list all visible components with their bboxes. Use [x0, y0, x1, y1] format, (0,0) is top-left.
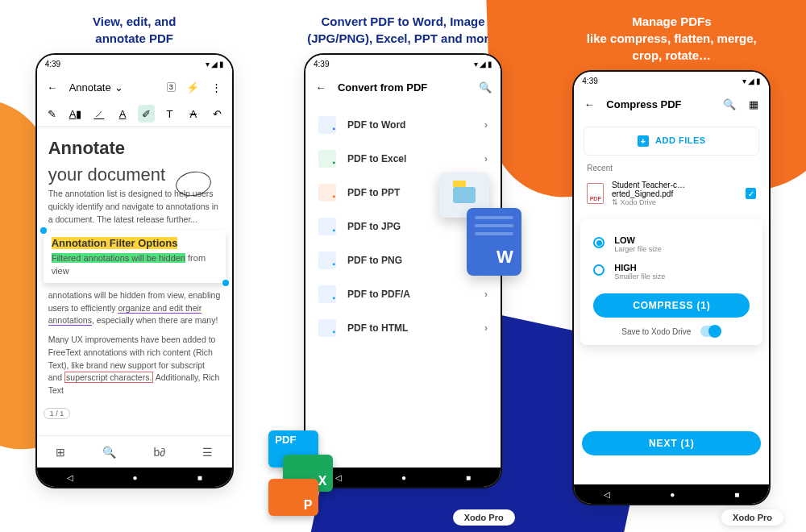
xodo-pro-pill[interactable]: Xodo Pro: [721, 509, 783, 526]
file-badge-stack: PDF X P: [268, 430, 333, 503]
nav-back-icon[interactable]: ◁: [335, 473, 342, 482]
clock: 4:39: [582, 77, 597, 85]
search-icon[interactable]: 🔍: [722, 98, 737, 110]
quality-high-option[interactable]: HIGH Smaller file size: [590, 258, 753, 285]
app-bar: ← Convert from PDF 🔍: [305, 73, 501, 102]
scan-icon[interactable]: ▦: [746, 98, 761, 110]
status-bar: 4:39 ▾ ◢ ▮: [37, 55, 232, 73]
red-box: superscript characters.: [64, 372, 153, 383]
screen-title: Convert from PDF: [338, 81, 468, 94]
option-low-title: LOW: [614, 235, 662, 245]
status-bar: 4:39 ▾ ◢ ▮: [305, 55, 501, 73]
convert-option-label: PDF to Excel: [347, 153, 406, 164]
status-icons: ▾ ◢ ▮: [474, 60, 492, 69]
quality-low-option[interactable]: LOW Larger file size: [590, 231, 753, 258]
save-toggle[interactable]: [700, 326, 721, 337]
title-bold: Annotate: [48, 138, 125, 158]
file-type-icon: ▪: [318, 116, 336, 134]
nav-recents-icon[interactable]: ■: [734, 490, 739, 499]
add-files-button[interactable]: + ADD FILES: [584, 127, 759, 156]
highlight-tool[interactable]: A▮: [67, 105, 84, 123]
back-icon[interactable]: ←: [582, 98, 596, 110]
search-icon[interactable]: 🔍: [478, 81, 492, 94]
convert-option[interactable]: ▪PDF to Word›: [305, 108, 501, 142]
file-type-icon: ▪: [318, 285, 336, 303]
nav-recents-icon[interactable]: ■: [466, 473, 471, 482]
plus-icon: +: [638, 135, 649, 147]
document-body: Annotate your document The annotation li…: [37, 127, 232, 405]
text-tool[interactable]: T: [161, 105, 178, 123]
battery-icon: ▮: [756, 77, 761, 85]
xodo-pro-pill[interactable]: Xodo Pro: [453, 509, 515, 526]
status-icons: ▾ ◢ ▮: [206, 60, 224, 69]
pen-tool[interactable]: ✎: [44, 105, 60, 123]
file-name: Student Teacher-c…erted_Signed.pdf: [612, 181, 737, 198]
signal-icon: ◢: [748, 77, 754, 85]
file-type-icon: ▪: [318, 218, 336, 235]
chevron-right-icon: ›: [484, 289, 488, 300]
chevron-right-icon: ›: [484, 153, 488, 164]
save-to-drive-label: Save to Xodo Drive: [621, 327, 691, 336]
underline-tool[interactable]: ⟋: [90, 105, 107, 123]
battery-icon: ▮: [219, 60, 224, 69]
recent-file-row[interactable]: PDF Student Teacher-c…erted_Signed.pdf ⇅…: [574, 176, 769, 211]
annotation-filter-card[interactable]: Annotation Filter Options Filtered annot…: [44, 231, 226, 283]
wifi-icon: ▾: [742, 77, 746, 85]
convert-option[interactable]: ▪PDF to Excel›: [305, 142, 501, 176]
android-navbar: ◁ ● ■: [37, 468, 232, 487]
radio-unselected[interactable]: [593, 264, 604, 276]
nav-back-icon[interactable]: ◁: [67, 473, 73, 482]
convert-option-label: PDF to PPT: [347, 187, 400, 198]
file-checkbox[interactable]: ✓: [746, 188, 756, 199]
nav-back-icon[interactable]: ◁: [604, 490, 610, 499]
undo-tool[interactable]: ↶: [208, 105, 225, 123]
bolt-icon[interactable]: ⚡: [185, 81, 200, 94]
resize-handle[interactable]: [222, 280, 229, 286]
clock: 4:39: [314, 60, 329, 69]
paragraph-3: Many UX improvements have been added to …: [48, 334, 221, 397]
convert-option-label: PDF to PNG: [347, 255, 402, 266]
resize-handle[interactable]: [40, 227, 47, 234]
filter-green-highlight: Filtered annotations will be hidden: [52, 253, 185, 263]
compress-button[interactable]: COMPRESS (1): [593, 293, 750, 318]
file-type-icon: ▪: [318, 319, 336, 337]
nav-home-icon[interactable]: ●: [133, 473, 138, 482]
annotate-toolbar: ✎ A▮ ⟋ A ✐ T A ↶: [37, 102, 232, 127]
outline-icon[interactable]: ☰: [202, 446, 213, 459]
text-underline-tool[interactable]: A: [114, 105, 131, 123]
search-icon[interactable]: 🔍: [102, 446, 116, 459]
nav-recents-icon[interactable]: ■: [197, 473, 202, 482]
view-mode-icon[interactable]: b∂: [153, 446, 165, 459]
signal-icon: ◢: [211, 60, 218, 69]
thumbnails-icon[interactable]: ⊞: [56, 446, 65, 459]
freehand-tool[interactable]: ✐: [138, 105, 155, 123]
nav-home-icon[interactable]: ●: [401, 473, 406, 482]
convert-option-label: PDF to PDF/A: [347, 289, 410, 300]
strike-tool[interactable]: A: [185, 105, 202, 123]
status-bar: 4:39 ▾ ◢ ▮: [574, 72, 769, 89]
radio-selected[interactable]: [593, 237, 604, 248]
android-navbar: ◁ ● ■: [305, 468, 501, 487]
tab-count[interactable]: 3: [167, 82, 176, 92]
next-button[interactable]: NEXT (1): [582, 431, 761, 455]
recent-label: Recent: [574, 164, 769, 176]
convert-option[interactable]: ▪PDF to PDF/A›: [305, 277, 501, 311]
option-high-title: HIGH: [614, 263, 665, 272]
wifi-icon: ▾: [206, 60, 210, 69]
app-bar: ← Annotate ⌄ 3 ⚡ ⋮: [37, 73, 232, 102]
option-low-sub: Larger file size: [614, 245, 662, 253]
file-type-icon: ▪: [318, 184, 336, 202]
convert-option[interactable]: ▪PDF to HTML›: [305, 311, 501, 345]
overflow-icon[interactable]: ⋮: [210, 81, 224, 94]
paragraph-2: annotations will be hidden from view, en…: [48, 289, 221, 327]
chevron-down-icon: ⌄: [114, 81, 123, 94]
page-counter: 1 / 1: [44, 408, 71, 419]
option-high-sub: Smaller file size: [614, 272, 665, 281]
mode-dropdown[interactable]: Annotate ⌄: [69, 81, 123, 94]
back-icon[interactable]: ←: [314, 81, 328, 94]
chevron-right-icon: ›: [484, 322, 488, 334]
status-icons: ▾ ◢ ▮: [742, 77, 761, 85]
back-icon[interactable]: ←: [45, 81, 60, 94]
nav-home-icon[interactable]: ●: [670, 490, 675, 499]
file-drive: ⇅ Xodo Drive: [612, 198, 737, 206]
